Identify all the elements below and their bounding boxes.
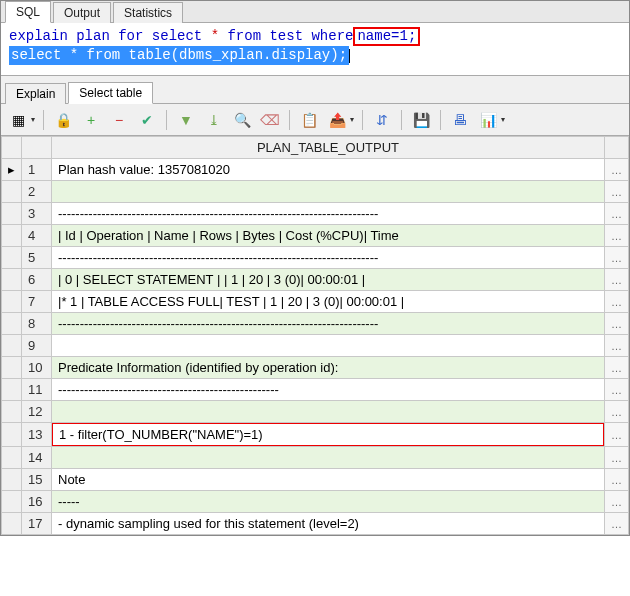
cell-plan-output[interactable]: - dynamic sampling used for this stateme… [52,513,605,535]
table-row[interactable]: 9… [2,335,629,357]
row-indicator [2,313,22,335]
result-grid[interactable]: PLAN_TABLE_OUTPUT ▸1Plan hash value: 135… [1,136,629,535]
find-icon[interactable]: 🔍 [231,109,253,131]
table-row[interactable]: 2… [2,181,629,203]
column-header[interactable]: PLAN_TABLE_OUTPUT [52,137,605,159]
table-row[interactable]: 6| 0 | SELECT STATEMENT | | 1 | 20 | 3 (… [2,269,629,291]
row-overflow[interactable]: … [605,447,629,469]
cell-plan-output[interactable]: ----- [52,491,605,513]
table-row[interactable]: 10Predicate Information (identified by o… [2,357,629,379]
cell-plan-output[interactable]: ----------------------------------------… [52,203,605,225]
row-overflow[interactable]: … [605,357,629,379]
table-row[interactable]: 7|* 1 | TABLE ACCESS FULL| TEST | 1 | 20… [2,291,629,313]
cell-plan-output[interactable]: | Id | Operation | Name | Rows | Bytes |… [52,225,605,247]
export-icon[interactable]: 📤 [326,109,348,131]
cell-plan-output[interactable] [52,335,605,357]
row-indicator [2,335,22,357]
row-overflow[interactable]: … [605,247,629,269]
table-row[interactable]: 4| Id | Operation | Name | Rows | Bytes … [2,225,629,247]
row-indicator [2,357,22,379]
dropdown-icon[interactable]: ▾ [501,115,505,124]
cell-plan-output[interactable]: 1 - filter(TO_NUMBER("NAME")=1) [52,423,605,447]
tab-output[interactable]: Output [53,2,111,23]
row-number: 8 [22,313,52,335]
cell-plan-output[interactable]: Plan hash value: 1357081020 [52,159,605,181]
row-number: 12 [22,401,52,423]
copy-icon[interactable]: 📋 [298,109,320,131]
print-icon[interactable]: 🖶 [449,109,471,131]
add-icon[interactable]: + [80,109,102,131]
row-overflow[interactable]: … [605,181,629,203]
tab-sql[interactable]: SQL [5,1,51,23]
sql-text: * [211,28,219,44]
table-row[interactable]: 14… [2,447,629,469]
commit-icon[interactable]: ✔ [136,109,158,131]
chart-icon[interactable]: 📊 [477,109,499,131]
cell-plan-output[interactable]: Predicate Information (identified by ope… [52,357,605,379]
table-row[interactable]: 17 - dynamic sampling used for this stat… [2,513,629,535]
grid-layout-icon[interactable]: ▦ [7,109,29,131]
row-overflow[interactable]: … [605,469,629,491]
row-number: 2 [22,181,52,203]
row-overflow[interactable]: … [605,313,629,335]
tab-select-table[interactable]: Select table [68,82,153,104]
cell-plan-output[interactable]: Note [52,469,605,491]
row-number: 4 [22,225,52,247]
cell-plan-output[interactable]: |* 1 | TABLE ACCESS FULL| TEST | 1 | 20 … [52,291,605,313]
table-row[interactable]: 15Note… [2,469,629,491]
table-row[interactable]: ▸1Plan hash value: 1357081020… [2,159,629,181]
fetch-next-icon[interactable]: ▼ [175,109,197,131]
table-row[interactable]: 16-----… [2,491,629,513]
remove-icon[interactable]: − [108,109,130,131]
row-indicator [2,181,22,203]
table-row[interactable]: 8---------------------------------------… [2,313,629,335]
table-row[interactable]: 12… [2,401,629,423]
row-indicator [2,423,22,447]
row-indicator [2,379,22,401]
row-overflow[interactable]: … [605,159,629,181]
selected-sql-line: select * from table(dbms_xplan.display); [9,46,349,65]
tab-statistics[interactable]: Statistics [113,2,183,23]
lock-icon[interactable]: 🔒 [52,109,74,131]
row-number: 14 [22,447,52,469]
clear-icon[interactable]: ⌫ [259,109,281,131]
save-icon[interactable]: 💾 [410,109,432,131]
row-overflow[interactable]: … [605,225,629,247]
row-number: 9 [22,335,52,357]
row-overflow[interactable]: … [605,491,629,513]
cell-plan-output[interactable]: | 0 | SELECT STATEMENT | | 1 | 20 | 3 (0… [52,269,605,291]
cell-plan-output[interactable]: ----------------------------------------… [52,379,605,401]
row-overflow[interactable]: … [605,513,629,535]
dropdown-icon[interactable]: ▾ [350,115,354,124]
row-overflow[interactable]: … [605,203,629,225]
row-indicator [2,469,22,491]
cell-plan-output[interactable] [52,401,605,423]
tab-explain[interactable]: Explain [5,83,66,104]
row-number: 5 [22,247,52,269]
cell-plan-output[interactable]: ----------------------------------------… [52,313,605,335]
table-row[interactable]: 5---------------------------------------… [2,247,629,269]
dropdown-icon[interactable]: ▾ [31,115,35,124]
column-overflow [605,137,629,159]
table-row[interactable]: 3---------------------------------------… [2,203,629,225]
row-indicator: ▸ [2,159,22,181]
table-row[interactable]: 13 1 - filter(TO_NUMBER("NAME")=1)… [2,423,629,447]
sql-text: explain plan for select [9,28,211,44]
row-overflow[interactable]: … [605,291,629,313]
query-builder-icon[interactable]: ⇵ [371,109,393,131]
cell-plan-output[interactable] [52,447,605,469]
row-overflow[interactable]: … [605,269,629,291]
result-tabs: Explain Select table [1,82,629,104]
row-overflow[interactable]: … [605,401,629,423]
row-overflow[interactable]: … [605,335,629,357]
cell-plan-output[interactable] [52,181,605,203]
sql-editor[interactable]: explain plan for select * from test wher… [1,23,629,76]
row-overflow[interactable]: … [605,379,629,401]
table-row[interactable]: 11--------------------------------------… [2,379,629,401]
row-indicator [2,203,22,225]
row-number-header [22,137,52,159]
fetch-all-icon[interactable]: ⤓ [203,109,225,131]
row-overflow[interactable]: … [605,423,629,447]
cell-plan-output[interactable]: ----------------------------------------… [52,247,605,269]
row-number: 10 [22,357,52,379]
